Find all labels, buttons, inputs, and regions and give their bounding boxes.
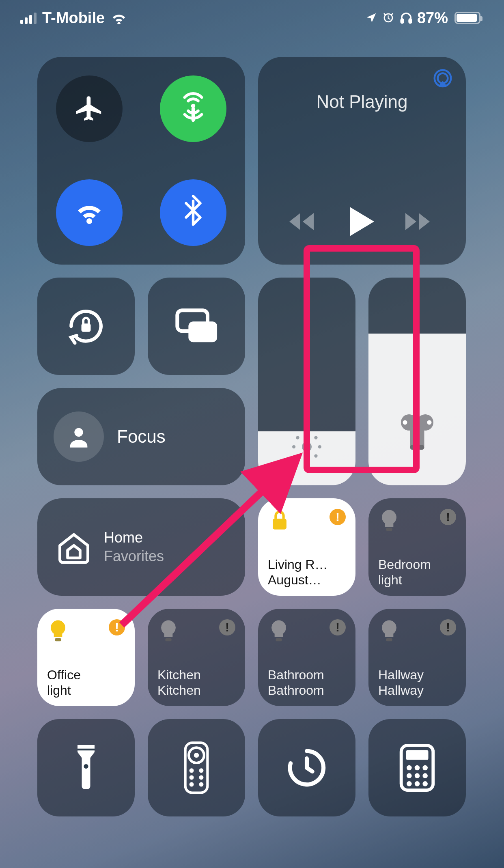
brightness-slider[interactable] xyxy=(258,278,355,485)
timer-icon xyxy=(284,745,329,790)
svg-point-15 xyxy=(296,454,299,457)
svg-point-38 xyxy=(199,768,204,773)
svg-point-42 xyxy=(199,782,204,787)
warning-badge-icon: ! xyxy=(330,619,346,635)
status-bar: T-Mobile 87% xyxy=(0,0,504,36)
svg-point-52 xyxy=(415,781,420,786)
rotation-lock-icon xyxy=(64,304,108,349)
orientation-lock-toggle[interactable] xyxy=(37,278,135,375)
accessory-tile[interactable]: ! Living R… August… xyxy=(258,498,355,596)
airplane-icon xyxy=(73,93,105,125)
svg-rect-5 xyxy=(82,323,91,332)
svg-point-48 xyxy=(407,773,412,778)
home-title-label: Home xyxy=(104,529,164,546)
svg-rect-1 xyxy=(409,19,411,23)
home-subtitle-label: Favorites xyxy=(104,548,164,565)
bluetooth-icon xyxy=(179,195,207,230)
accessory-tile[interactable]: ! Bedroom light xyxy=(368,498,466,596)
media-play-button[interactable] xyxy=(349,207,375,236)
svg-point-40 xyxy=(199,775,204,780)
accessory-line2: light xyxy=(47,683,125,698)
svg-point-49 xyxy=(415,773,420,778)
svg-point-10 xyxy=(305,458,308,461)
accessory-line2: Kitchen xyxy=(157,683,235,698)
svg-point-18 xyxy=(403,420,407,425)
accessory-line2: August… xyxy=(268,572,346,588)
svg-point-22 xyxy=(427,420,432,425)
media-prev-button[interactable] xyxy=(289,210,319,233)
svg-point-36 xyxy=(194,753,199,758)
airplay-icon[interactable] xyxy=(432,68,454,90)
screen-mirroring-button[interactable] xyxy=(148,278,245,375)
accessory-line1: Living R… xyxy=(268,557,346,572)
airpods-icon xyxy=(397,412,437,457)
lock-accessory-icon xyxy=(268,509,291,532)
svg-rect-26 xyxy=(273,519,286,530)
bulb-icon xyxy=(47,619,69,644)
svg-rect-7 xyxy=(188,321,217,342)
focus-label: Focus xyxy=(117,426,166,447)
accessory-line1: Office xyxy=(47,667,125,683)
media-next-button[interactable] xyxy=(405,210,435,233)
svg-rect-27 xyxy=(386,528,392,531)
warning-badge-icon: ! xyxy=(219,619,235,635)
accessory-tile[interactable]: ! Bathroom Bathroom xyxy=(258,609,355,706)
svg-point-37 xyxy=(190,768,194,773)
svg-point-12 xyxy=(318,445,321,448)
accessory-line2: Bathroom xyxy=(268,683,346,698)
alarm-icon xyxy=(381,11,395,25)
carrier-label: T-Mobile xyxy=(42,9,105,27)
sun-icon xyxy=(289,429,325,465)
volume-slider[interactable] xyxy=(368,278,466,485)
accessory-tile[interactable]: ! Office light xyxy=(37,609,135,706)
media-title-label: Not Playing xyxy=(258,92,466,112)
svg-point-50 xyxy=(422,773,428,778)
svg-point-13 xyxy=(296,436,299,439)
home-icon xyxy=(55,528,93,566)
antenna-icon xyxy=(176,92,210,126)
location-icon xyxy=(365,12,377,24)
airplane-mode-toggle[interactable] xyxy=(56,75,123,142)
accessory-tile[interactable]: ! Kitchen Kitchen xyxy=(148,609,245,706)
bulb-icon xyxy=(378,619,400,644)
svg-rect-30 xyxy=(276,638,282,642)
bulb-icon xyxy=(378,509,400,534)
warning-badge-icon: ! xyxy=(440,509,456,525)
wifi-toggle[interactable] xyxy=(56,179,123,246)
accessory-line1: Bathroom xyxy=(268,667,346,683)
connectivity-module[interactable] xyxy=(37,57,245,265)
cellular-signal-icon xyxy=(20,12,37,24)
battery-icon xyxy=(454,12,480,24)
wifi-icon xyxy=(72,196,106,230)
svg-rect-44 xyxy=(406,750,428,760)
svg-point-39 xyxy=(190,775,194,780)
accessory-line1: Hallway xyxy=(378,667,456,683)
timer-button[interactable] xyxy=(258,719,355,816)
svg-point-14 xyxy=(314,436,317,439)
svg-point-11 xyxy=(292,445,295,448)
svg-rect-24 xyxy=(418,445,424,450)
flashlight-button[interactable] xyxy=(37,719,135,816)
apple-tv-remote-button[interactable] xyxy=(148,719,245,816)
svg-point-47 xyxy=(422,765,428,771)
accessory-tile[interactable]: ! Hallway Hallway xyxy=(368,609,466,706)
media-module[interactable]: Not Playing xyxy=(258,57,466,265)
svg-point-51 xyxy=(407,781,412,786)
accessory-line1: Kitchen xyxy=(157,667,235,683)
svg-rect-34 xyxy=(185,743,208,793)
cellular-data-toggle[interactable] xyxy=(160,75,226,142)
focus-button[interactable]: Focus xyxy=(37,388,245,485)
warning-badge-icon: ! xyxy=(440,619,456,635)
home-favorites-button[interactable]: Home Favorites xyxy=(37,498,245,596)
bluetooth-toggle[interactable] xyxy=(160,179,226,246)
svg-point-53 xyxy=(422,781,428,786)
svg-point-46 xyxy=(415,765,420,771)
svg-rect-31 xyxy=(386,638,392,642)
flashlight-icon xyxy=(72,743,100,792)
focus-avatar-icon xyxy=(54,411,104,462)
svg-point-32 xyxy=(84,764,88,769)
svg-point-8 xyxy=(302,442,312,452)
warning-badge-icon: ! xyxy=(109,619,125,635)
svg-point-45 xyxy=(407,765,412,771)
calculator-button[interactable] xyxy=(368,719,466,816)
